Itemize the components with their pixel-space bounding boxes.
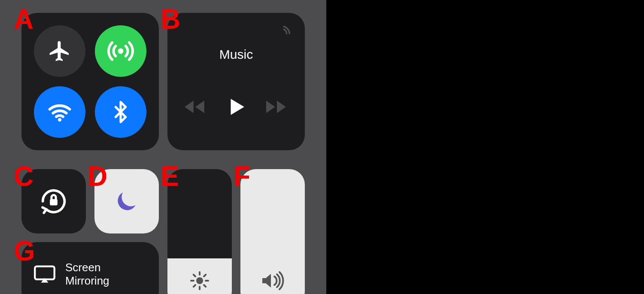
volume-slider[interactable] <box>240 169 305 294</box>
marker-c: C <box>14 161 33 192</box>
screen-mirroring-label: Screen Mirroring <box>65 261 109 288</box>
svg-point-0 <box>118 48 124 54</box>
bluetooth-icon <box>109 100 133 124</box>
control-center-panel: Music <box>0 0 326 294</box>
svg-point-1 <box>58 118 61 121</box>
next-track-button[interactable] <box>266 98 288 115</box>
black-panel <box>326 0 644 294</box>
airplane-mode-toggle[interactable] <box>34 25 85 77</box>
play-button[interactable] <box>225 96 247 118</box>
wifi-icon <box>46 99 73 125</box>
volume-fill <box>240 169 305 294</box>
screen-mirroring-button[interactable]: Screen Mirroring <box>21 242 159 294</box>
moon-icon <box>113 188 140 215</box>
sun-icon <box>189 270 210 291</box>
now-playing-tile[interactable]: Music <box>167 13 305 150</box>
screen-mirroring-icon <box>33 265 56 284</box>
airplay-audio-icon[interactable] <box>273 26 290 43</box>
bluetooth-toggle[interactable] <box>95 86 146 138</box>
wifi-toggle[interactable] <box>34 86 85 138</box>
previous-track-button[interactable] <box>185 98 206 115</box>
connectivity-group[interactable] <box>21 13 159 150</box>
now-playing-title: Music <box>219 47 253 62</box>
marker-f: F <box>234 161 249 192</box>
antenna-icon <box>106 36 136 66</box>
svg-rect-4 <box>35 267 55 279</box>
marker-d: D <box>88 161 106 192</box>
marker-e: E <box>161 161 178 192</box>
cellular-data-toggle[interactable] <box>95 25 146 77</box>
marker-a: A <box>14 3 33 35</box>
svg-point-3 <box>196 277 203 284</box>
marker-b: B <box>161 3 179 35</box>
speaker-icon <box>261 270 285 291</box>
transport-controls <box>185 96 288 118</box>
rotation-lock-icon <box>37 185 70 218</box>
airplane-icon <box>48 39 72 63</box>
brightness-fill <box>167 258 232 294</box>
marker-g: G <box>14 235 34 267</box>
